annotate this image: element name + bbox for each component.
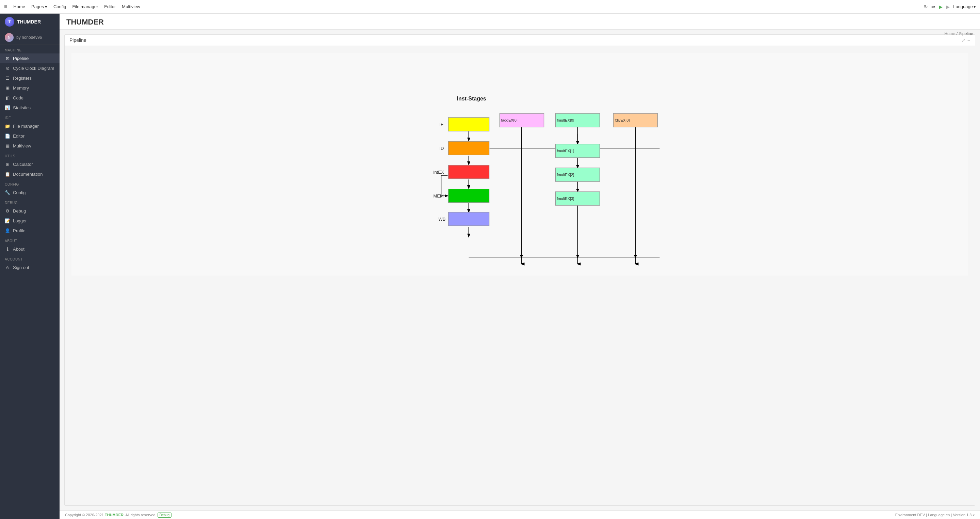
nav-link-filemanager[interactable]: File manager	[72, 4, 98, 9]
fdiv-label: fdivEX[0]	[615, 118, 630, 122]
stage-wb-rect	[449, 212, 489, 226]
nav-link-config[interactable]: Config	[53, 4, 66, 9]
content-area: THUMDER Home / Pipeline Pipeline ⤢ −	[60, 14, 980, 519]
cycle-clock-icon: ⊙	[5, 66, 10, 71]
stage-if-rect	[449, 118, 489, 131]
sidebar-item-multiview[interactable]: ▦ Multiview	[0, 141, 60, 151]
pipeline-diagram: Inst-Stages	[72, 53, 968, 276]
language-selector[interactable]: Language ▾	[953, 4, 976, 9]
stage-intex-label: intEX	[434, 169, 444, 175]
transfer-icon[interactable]: ⇌	[931, 4, 935, 10]
app-logo-text: THUMDER	[17, 19, 41, 24]
chevron-down-icon: ▾	[974, 4, 976, 9]
section-label-config: Config	[0, 179, 60, 188]
sidebar-item-calculator[interactable]: ⊞ Calculator	[0, 160, 60, 169]
pipeline-icon: ⊡	[5, 56, 10, 61]
fadd-label: faddEX[0]	[501, 118, 517, 122]
play-icon[interactable]: ▶	[939, 4, 943, 10]
refresh-icon[interactable]: ↻	[924, 4, 928, 10]
section-label-debug: DEBUG	[0, 198, 60, 206]
panel-header: Pipeline ⤢ −	[65, 35, 975, 46]
section-label-utils: Utils	[0, 151, 60, 160]
statistics-icon: 📊	[5, 105, 10, 110]
sidebar-item-debug[interactable]: ⚙ Debug	[0, 206, 60, 216]
stage-mem-label: MEM	[434, 193, 444, 198]
sidebar-logo: T THUMDER	[0, 14, 60, 30]
filemanager-icon: 📁	[5, 124, 10, 129]
main-layout: T THUMDER N by nonodev96 Machine ⊡ Pipel…	[0, 14, 980, 519]
multiview-icon: ▦	[5, 144, 10, 149]
sidebar-item-memory[interactable]: ▣ Memory	[0, 83, 60, 93]
nav-link-home[interactable]: Home	[13, 4, 25, 9]
section-label-account: Account	[0, 254, 60, 263]
breadcrumb: Home / Pipeline	[944, 31, 973, 36]
stage-intex-rect	[449, 165, 489, 179]
avatar: N	[5, 33, 14, 42]
sidebar-item-about[interactable]: ℹ About	[0, 244, 60, 254]
sidebar-item-code[interactable]: ◧ Code	[0, 93, 60, 103]
about-icon: ℹ	[5, 247, 10, 252]
stage-mem-rect	[449, 189, 489, 203]
chevron-down-icon: ▾	[45, 4, 47, 9]
hamburger-icon[interactable]: ≡	[4, 4, 7, 10]
footer-left: Copyright © 2020-2021 THUMDER. All right…	[65, 513, 172, 517]
sidebar-item-config[interactable]: 🔧 Config	[0, 188, 60, 198]
nav-link-pages[interactable]: Pages ▾	[31, 4, 47, 9]
footer-right: Environment DEV | Language en | Version …	[895, 513, 975, 517]
memory-icon: ▣	[5, 85, 10, 91]
top-navbar: ≡ Home Pages ▾ Config File manager Edito…	[0, 0, 980, 14]
debug-icon: ⚙	[5, 208, 10, 214]
panel-controls: ⤢ −	[961, 37, 970, 43]
sidebar-item-pipeline[interactable]: ⊡ Pipeline	[0, 53, 60, 63]
stage-if-label: IF	[440, 122, 444, 127]
sidebar-item-editor[interactable]: 📄 Editor	[0, 131, 60, 141]
panel-title: Pipeline	[69, 37, 86, 43]
stage-wb-label: WB	[439, 217, 446, 222]
diagram-title: Inst-Stages	[457, 96, 486, 102]
config-icon: 🔧	[5, 190, 10, 195]
footer: Copyright © 2020-2021 THUMDER. All right…	[60, 511, 980, 519]
sidebar-item-registers[interactable]: ☰ Registers	[0, 73, 60, 83]
breadcrumb-home[interactable]: Home	[944, 31, 955, 36]
fmult1-label: fmultEX[1]	[557, 149, 574, 153]
forward-icon[interactable]: ▶	[946, 4, 950, 10]
sidebar-item-documentation[interactable]: 📋 Documentation	[0, 169, 60, 179]
calculator-icon: ⊞	[5, 162, 10, 167]
sidebar-item-cycle-clock[interactable]: ⊙ Cycle Clock Diagram	[0, 63, 60, 73]
minimize-icon[interactable]: −	[967, 37, 970, 43]
page-header: THUMDER Home / Pipeline	[60, 14, 980, 30]
sidebar-item-profile[interactable]: 👤 Profile	[0, 226, 60, 236]
fmult2-label: fmultEX[2]	[557, 172, 574, 177]
sidebar-item-filemanager[interactable]: 📁 File manager	[0, 121, 60, 131]
navbar-left: ≡ Home Pages ▾ Config File manager Edito…	[4, 4, 924, 10]
fmult3-label: fmultEX[3]	[557, 196, 574, 201]
footer-copyright: Copyright © 2020-2021	[65, 513, 104, 517]
section-label-ide: IDE	[0, 113, 60, 121]
page-title: THUMDER	[66, 18, 973, 27]
footer-debug-badge[interactable]: Debug	[158, 513, 172, 517]
sidebar-user: N by nonodev96	[0, 30, 60, 45]
nav-link-editor[interactable]: Editor	[104, 4, 116, 9]
signout-icon: ⎋	[5, 265, 10, 270]
stage-id-label: ID	[440, 146, 444, 151]
breadcrumb-current: Pipeline	[959, 31, 973, 36]
editor-icon: 📄	[5, 134, 10, 139]
sidebar-item-logger[interactable]: 📝 Logger	[0, 216, 60, 226]
footer-brand[interactable]: THUMDER.	[105, 513, 124, 517]
documentation-icon: 📋	[5, 172, 10, 177]
sidebar-item-signout[interactable]: ⎋ Sign out	[0, 263, 60, 272]
sidebar: T THUMDER N by nonodev96 Machine ⊡ Pipel…	[0, 14, 60, 519]
section-label-machine: Machine	[0, 45, 60, 53]
registers-icon: ☰	[5, 76, 10, 81]
profile-icon: 👤	[5, 228, 10, 233]
pipeline-panel: Pipeline ⤢ − Inst-Stages	[64, 34, 975, 506]
logger-icon: 📝	[5, 218, 10, 224]
nav-link-multiview[interactable]: Multiview	[122, 4, 140, 9]
sidebar-item-statistics[interactable]: 📊 Statistics	[0, 103, 60, 113]
fmult0-label: fmultEX[0]	[557, 118, 574, 122]
navbar-right: ↻ ⇌ ▶ ▶ Language ▾	[924, 4, 976, 10]
sidebar-username: by nonodev96	[16, 35, 42, 40]
stage-id-rect	[449, 141, 489, 155]
expand-icon[interactable]: ⤢	[961, 37, 966, 43]
footer-rights: All rights reserved.	[125, 513, 156, 517]
